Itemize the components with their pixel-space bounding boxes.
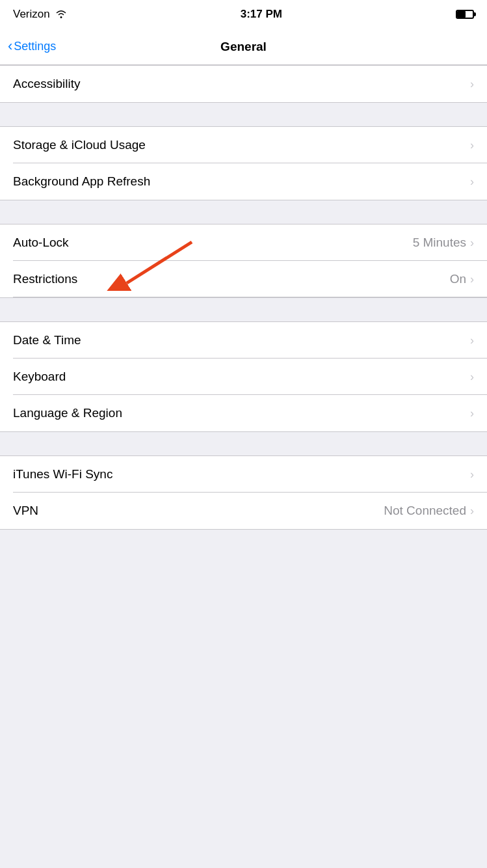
accessibility-right: ›	[470, 77, 474, 91]
language-region-right: ›	[470, 407, 474, 420]
status-right	[456, 10, 474, 19]
status-time: 3:17 PM	[241, 8, 282, 21]
vpn-right: Not Connected ›	[384, 504, 474, 518]
background-app-refresh-chevron-icon: ›	[470, 175, 474, 189]
carrier-label: Verizon	[13, 8, 50, 21]
date-time-row[interactable]: Date & Time ›	[0, 322, 487, 359]
restrictions-chevron-icon: ›	[470, 273, 474, 286]
keyboard-label: Keyboard	[13, 370, 66, 384]
battery-icon	[456, 10, 474, 19]
vpn-value: Not Connected	[384, 504, 466, 518]
status-bar: Verizon 3:17 PM	[0, 0, 487, 29]
separator-5	[0, 530, 487, 569]
keyboard-row[interactable]: Keyboard ›	[0, 359, 487, 395]
language-region-row[interactable]: Language & Region ›	[0, 395, 487, 431]
itunes-wifi-sync-label: iTunes Wi-Fi Sync	[13, 467, 112, 481]
accessibility-row[interactable]: Accessibility ›	[0, 66, 487, 102]
back-chevron-icon: ‹	[8, 39, 12, 53]
settings-group-4: Date & Time › Keyboard › Language & Regi…	[0, 321, 487, 432]
itunes-wifi-sync-right: ›	[470, 468, 474, 481]
keyboard-chevron-icon: ›	[470, 370, 474, 384]
auto-lock-label: Auto-Lock	[13, 236, 69, 250]
settings-group-2: Storage & iCloud Usage › Background App …	[0, 126, 487, 200]
restrictions-row[interactable]: Restrictions On ›	[0, 261, 487, 297]
separator-2	[0, 200, 487, 224]
separator-4	[0, 432, 487, 455]
auto-lock-right: 5 Minutes ›	[413, 236, 474, 250]
auto-lock-chevron-icon: ›	[470, 236, 474, 250]
auto-lock-row[interactable]: Auto-Lock 5 Minutes ›	[0, 224, 487, 261]
language-region-label: Language & Region	[13, 406, 122, 420]
itunes-wifi-sync-row[interactable]: iTunes Wi-Fi Sync ›	[0, 456, 487, 493]
itunes-wifi-sync-chevron-icon: ›	[470, 468, 474, 481]
language-region-chevron-icon: ›	[470, 407, 474, 420]
page-title: General	[220, 40, 267, 54]
separator-1	[0, 103, 487, 126]
vpn-row[interactable]: VPN Not Connected ›	[0, 493, 487, 529]
auto-lock-value: 5 Minutes	[413, 236, 466, 250]
vpn-chevron-icon: ›	[470, 504, 474, 518]
accessibility-chevron-icon: ›	[470, 77, 474, 91]
storage-icloud-row[interactable]: Storage & iCloud Usage ›	[0, 127, 487, 163]
background-app-refresh-label: Background App Refresh	[13, 174, 150, 189]
date-time-right: ›	[470, 334, 474, 347]
restrictions-right: On ›	[450, 272, 474, 286]
keyboard-right: ›	[470, 370, 474, 384]
storage-icloud-chevron-icon: ›	[470, 139, 474, 152]
storage-icloud-right: ›	[470, 139, 474, 152]
background-app-refresh-row[interactable]: Background App Refresh ›	[0, 163, 487, 200]
status-left: Verizon	[13, 8, 67, 21]
date-time-label: Date & Time	[13, 333, 81, 347]
wifi-icon	[55, 9, 67, 20]
settings-group-3: Auto-Lock 5 Minutes › Restrictions On ›	[0, 224, 487, 298]
background-app-refresh-right: ›	[470, 175, 474, 189]
settings-group-5: iTunes Wi-Fi Sync › VPN Not Connected ›	[0, 455, 487, 530]
vpn-label: VPN	[13, 504, 38, 518]
restrictions-value: On	[450, 272, 466, 286]
separator-3	[0, 298, 487, 321]
back-label: Settings	[14, 40, 56, 53]
accessibility-label: Accessibility	[13, 77, 80, 91]
date-time-chevron-icon: ›	[470, 334, 474, 347]
restrictions-label: Restrictions	[13, 272, 77, 286]
back-button[interactable]: ‹ Settings	[8, 40, 56, 53]
settings-group-1: Accessibility ›	[0, 65, 487, 103]
navigation-bar: ‹ Settings General	[0, 29, 487, 65]
storage-icloud-label: Storage & iCloud Usage	[13, 138, 146, 152]
